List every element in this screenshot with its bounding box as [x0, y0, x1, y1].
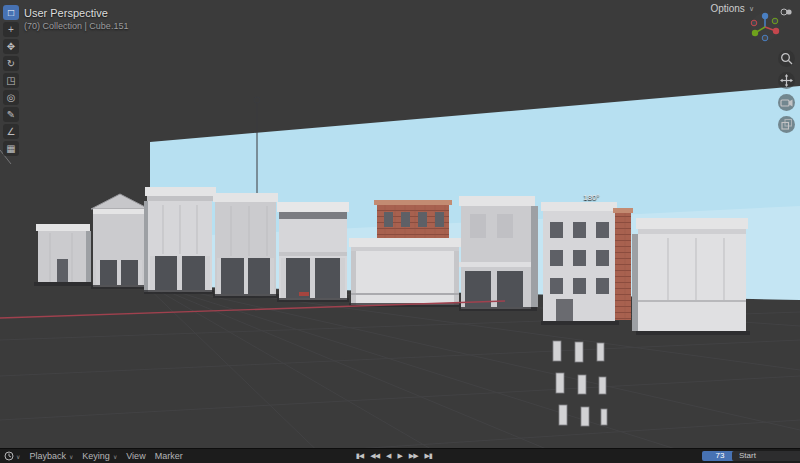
box-select-tool-button[interactable]: □: [3, 5, 19, 20]
viewport-nav-controls: [778, 50, 795, 133]
jump-end-button[interactable]: ▶▮: [425, 449, 432, 463]
perspective-icon: [780, 118, 793, 131]
scale-tool-button[interactable]: ◳: [3, 73, 19, 88]
chevron-down-icon: ∨: [69, 453, 73, 460]
chevron-down-icon: ∨: [16, 453, 20, 460]
navigation-gizmo[interactable]: [750, 12, 780, 46]
blender-window: User Perspective (70) Collection | Cube.…: [0, 0, 800, 463]
keying-menu-label: Keying: [82, 451, 110, 461]
playback-menu-label: Playback: [29, 451, 66, 461]
camera-view-button[interactable]: [778, 94, 795, 111]
view-menu-label: View: [126, 451, 145, 461]
rotate-tool-button[interactable]: ↻: [3, 56, 19, 71]
next-keyframe-button[interactable]: ▶▶: [409, 449, 418, 463]
shading-icon[interactable]: [780, 4, 792, 22]
timeline-bar: ∨ Playback ∨ Keying ∨ View Marker ▮◀ ◀◀ …: [0, 448, 800, 463]
cursor-tool-button[interactable]: +: [3, 22, 19, 37]
play-button[interactable]: ▶: [397, 449, 401, 463]
marker-menu-label: Marker: [155, 451, 183, 461]
playback-controls: ▮◀ ◀◀ ◀ ▶ ▶▶ ▶▮: [356, 449, 432, 463]
camera-icon: [780, 96, 793, 109]
editor-type-button[interactable]: ∨: [4, 451, 20, 461]
marker-menu[interactable]: Marker: [155, 451, 183, 461]
building-8[interactable]: [541, 202, 633, 325]
3d-viewport[interactable]: User Perspective (70) Collection | Cube.…: [0, 0, 800, 449]
building-9[interactable]: [632, 218, 750, 335]
measure-tool-button[interactable]: ∠: [3, 124, 19, 139]
zoom-button[interactable]: [778, 50, 795, 67]
move-tool-button[interactable]: ✥: [3, 39, 19, 54]
building-1[interactable]: [34, 224, 92, 286]
building-7[interactable]: [459, 196, 538, 311]
pan-icon: [780, 74, 793, 87]
playback-menu[interactable]: Playback ∨: [29, 451, 73, 461]
chevron-down-icon: ∨: [113, 453, 117, 460]
building-5[interactable]: [277, 202, 349, 302]
view-menu[interactable]: View: [126, 451, 145, 461]
jump-start-button[interactable]: ▮◀: [356, 449, 363, 463]
toggle-perspective-button[interactable]: [778, 116, 795, 133]
building-3[interactable]: [144, 187, 216, 294]
options-label: Options: [710, 3, 744, 14]
play-reverse-button[interactable]: ◀: [386, 449, 390, 463]
clock-icon: [4, 451, 14, 461]
transform-tool-button[interactable]: ◎: [3, 90, 19, 105]
keying-menu[interactable]: Keying ∨: [82, 451, 117, 461]
zoom-icon: [780, 52, 793, 65]
frame-start-field[interactable]: Start: [732, 451, 800, 461]
prev-keyframe-button[interactable]: ◀◀: [370, 449, 379, 463]
add-cube-tool-button[interactable]: ▦: [3, 141, 19, 156]
tool-shelf: □ + ✥ ↻ ◳ ◎ ✎ ∠ ▦: [3, 5, 19, 156]
building-2[interactable]: [91, 194, 149, 289]
pan-button[interactable]: [778, 72, 795, 89]
scene-canvas: [0, 0, 800, 449]
door-meshes[interactable]: [553, 341, 607, 426]
options-menu[interactable]: Options ∨: [710, 3, 754, 14]
building-4[interactable]: [213, 193, 279, 298]
annotate-tool-button[interactable]: ✎: [3, 107, 19, 122]
